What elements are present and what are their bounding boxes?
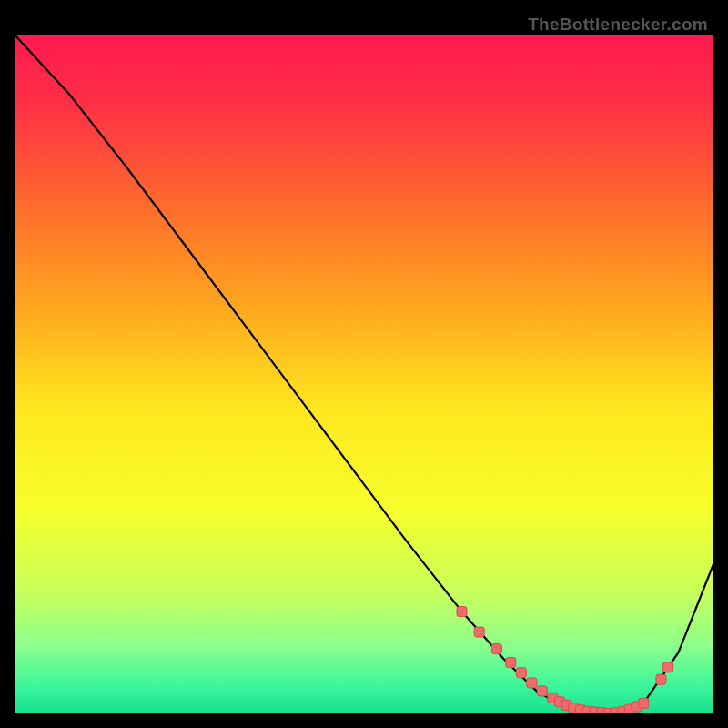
marker-point xyxy=(516,668,526,678)
marker-point xyxy=(639,698,649,708)
marker-point xyxy=(656,674,666,684)
marker-point xyxy=(506,658,516,668)
gradient-background xyxy=(15,35,713,713)
marker-point xyxy=(537,686,547,696)
marker-point xyxy=(474,627,484,637)
marker-point xyxy=(527,678,537,688)
marker-point xyxy=(663,662,673,672)
watermark-label: TheBottlenecker.com xyxy=(528,15,708,35)
marker-point xyxy=(491,644,501,654)
marker-point xyxy=(457,607,467,617)
chart-frame: TheBottlenecker.com xyxy=(15,15,713,713)
bottleneck-chart xyxy=(15,35,713,713)
